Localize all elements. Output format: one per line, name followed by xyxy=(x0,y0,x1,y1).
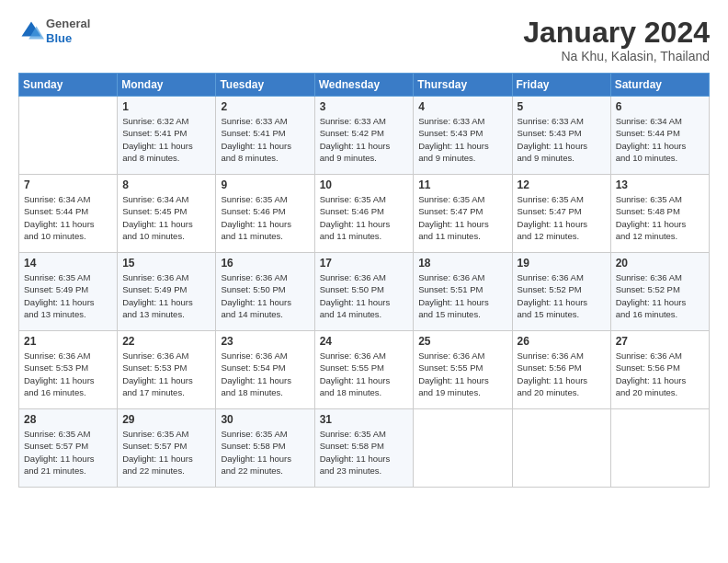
calendar-cell: 31Sunrise: 6:35 AM Sunset: 5:58 PM Dayli… xyxy=(314,409,414,488)
calendar-cell: 29Sunrise: 6:35 AM Sunset: 5:57 PM Dayli… xyxy=(118,409,216,488)
day-number: 19 xyxy=(518,257,606,270)
calendar-weekday-saturday: Saturday xyxy=(610,74,709,97)
calendar-week-row: 7Sunrise: 6:34 AM Sunset: 5:44 PM Daylig… xyxy=(19,175,710,253)
day-number: 2 xyxy=(221,100,309,113)
day-info: Sunrise: 6:36 AM Sunset: 5:49 PM Dayligh… xyxy=(122,271,210,320)
calendar-cell: 24Sunrise: 6:36 AM Sunset: 5:55 PM Dayli… xyxy=(314,331,414,409)
day-info: Sunrise: 6:33 AM Sunset: 5:41 PM Dayligh… xyxy=(221,115,309,164)
calendar-week-row: 28Sunrise: 6:35 AM Sunset: 5:57 PM Dayli… xyxy=(19,409,710,488)
calendar-cell xyxy=(19,97,118,175)
logo-general: General xyxy=(46,17,90,31)
day-info: Sunrise: 6:33 AM Sunset: 5:42 PM Dayligh… xyxy=(320,115,409,164)
day-number: 23 xyxy=(221,335,309,348)
calendar-cell: 28Sunrise: 6:35 AM Sunset: 5:57 PM Dayli… xyxy=(19,409,118,488)
calendar-weekday-friday: Friday xyxy=(512,74,610,97)
day-info: Sunrise: 6:35 AM Sunset: 5:48 PM Dayligh… xyxy=(616,193,704,242)
day-info: Sunrise: 6:35 AM Sunset: 5:47 PM Dayligh… xyxy=(518,193,606,242)
day-number: 30 xyxy=(221,413,309,426)
day-number: 20 xyxy=(616,257,704,270)
day-info: Sunrise: 6:35 AM Sunset: 5:46 PM Dayligh… xyxy=(221,193,309,242)
day-number: 5 xyxy=(518,100,606,113)
calendar-cell: 23Sunrise: 6:36 AM Sunset: 5:54 PM Dayli… xyxy=(216,331,314,409)
calendar-cell: 1Sunrise: 6:32 AM Sunset: 5:41 PM Daylig… xyxy=(118,97,216,175)
calendar-weekday-wednesday: Wednesday xyxy=(314,74,414,97)
day-number: 8 xyxy=(122,178,210,191)
page: General Blue January 2024 Na Khu, Kalasi… xyxy=(0,0,728,563)
day-number: 21 xyxy=(24,335,112,348)
day-info: Sunrise: 6:35 AM Sunset: 5:57 PM Dayligh… xyxy=(24,428,112,477)
month-title: January 2024 xyxy=(523,17,710,49)
day-number: 13 xyxy=(616,178,704,191)
day-info: Sunrise: 6:35 AM Sunset: 5:58 PM Dayligh… xyxy=(221,428,309,477)
day-info: Sunrise: 6:36 AM Sunset: 5:56 PM Dayligh… xyxy=(518,350,606,398)
day-info: Sunrise: 6:36 AM Sunset: 5:54 PM Dayligh… xyxy=(221,350,309,398)
day-number: 26 xyxy=(518,335,606,348)
logo: General Blue xyxy=(18,17,90,45)
calendar-cell: 13Sunrise: 6:35 AM Sunset: 5:48 PM Dayli… xyxy=(610,175,709,253)
header: General Blue January 2024 Na Khu, Kalasi… xyxy=(18,17,710,63)
calendar-week-row: 21Sunrise: 6:36 AM Sunset: 5:53 PM Dayli… xyxy=(19,331,710,409)
logo-text: General Blue xyxy=(46,17,90,45)
day-info: Sunrise: 6:35 AM Sunset: 5:49 PM Dayligh… xyxy=(24,271,112,320)
calendar-cell: 21Sunrise: 6:36 AM Sunset: 5:53 PM Dayli… xyxy=(19,331,118,409)
day-number: 11 xyxy=(418,178,506,191)
day-info: Sunrise: 6:36 AM Sunset: 5:53 PM Dayligh… xyxy=(122,350,210,398)
day-number: 7 xyxy=(24,178,112,191)
calendar-table: SundayMondayTuesdayWednesdayThursdayFrid… xyxy=(18,73,710,488)
calendar-cell xyxy=(610,409,709,488)
calendar-cell: 4Sunrise: 6:33 AM Sunset: 5:43 PM Daylig… xyxy=(414,97,512,175)
day-info: Sunrise: 6:34 AM Sunset: 5:44 PM Dayligh… xyxy=(616,115,704,164)
day-info: Sunrise: 6:36 AM Sunset: 5:52 PM Dayligh… xyxy=(518,271,606,320)
calendar-weekday-sunday: Sunday xyxy=(19,74,118,97)
calendar-cell: 18Sunrise: 6:36 AM Sunset: 5:51 PM Dayli… xyxy=(414,253,512,331)
calendar-cell: 3Sunrise: 6:33 AM Sunset: 5:42 PM Daylig… xyxy=(314,97,414,175)
day-number: 28 xyxy=(24,413,112,426)
calendar-cell: 26Sunrise: 6:36 AM Sunset: 5:56 PM Dayli… xyxy=(512,331,610,409)
day-number: 16 xyxy=(221,257,309,270)
day-info: Sunrise: 6:34 AM Sunset: 5:44 PM Dayligh… xyxy=(24,193,112,242)
calendar-weekday-tuesday: Tuesday xyxy=(216,74,314,97)
title-section: January 2024 Na Khu, Kalasin, Thailand xyxy=(523,17,710,63)
day-info: Sunrise: 6:36 AM Sunset: 5:53 PM Dayligh… xyxy=(24,350,112,398)
calendar-cell: 10Sunrise: 6:35 AM Sunset: 5:46 PM Dayli… xyxy=(314,175,414,253)
day-number: 14 xyxy=(24,257,112,270)
day-number: 1 xyxy=(122,100,210,113)
calendar-cell: 11Sunrise: 6:35 AM Sunset: 5:47 PM Dayli… xyxy=(414,175,512,253)
calendar-cell: 22Sunrise: 6:36 AM Sunset: 5:53 PM Dayli… xyxy=(118,331,216,409)
calendar-week-row: 1Sunrise: 6:32 AM Sunset: 5:41 PM Daylig… xyxy=(19,97,710,175)
calendar-cell: 5Sunrise: 6:33 AM Sunset: 5:43 PM Daylig… xyxy=(512,97,610,175)
calendar-cell xyxy=(414,409,512,488)
day-info: Sunrise: 6:36 AM Sunset: 5:55 PM Dayligh… xyxy=(320,350,409,398)
day-number: 25 xyxy=(418,335,506,348)
calendar-cell: 15Sunrise: 6:36 AM Sunset: 5:49 PM Dayli… xyxy=(118,253,216,331)
day-number: 24 xyxy=(320,335,409,348)
day-info: Sunrise: 6:35 AM Sunset: 5:57 PM Dayligh… xyxy=(122,428,210,477)
calendar-cell: 14Sunrise: 6:35 AM Sunset: 5:49 PM Dayli… xyxy=(19,253,118,331)
location: Na Khu, Kalasin, Thailand xyxy=(523,49,710,63)
day-info: Sunrise: 6:33 AM Sunset: 5:43 PM Dayligh… xyxy=(518,115,606,164)
day-number: 31 xyxy=(320,413,409,426)
day-info: Sunrise: 6:36 AM Sunset: 5:50 PM Dayligh… xyxy=(221,271,309,320)
calendar-cell: 19Sunrise: 6:36 AM Sunset: 5:52 PM Dayli… xyxy=(512,253,610,331)
day-info: Sunrise: 6:35 AM Sunset: 5:46 PM Dayligh… xyxy=(320,193,409,242)
day-number: 4 xyxy=(418,100,506,113)
day-info: Sunrise: 6:36 AM Sunset: 5:52 PM Dayligh… xyxy=(616,271,704,320)
day-number: 17 xyxy=(320,257,409,270)
calendar-cell: 9Sunrise: 6:35 AM Sunset: 5:46 PM Daylig… xyxy=(216,175,314,253)
calendar-cell: 30Sunrise: 6:35 AM Sunset: 5:58 PM Dayli… xyxy=(216,409,314,488)
day-info: Sunrise: 6:33 AM Sunset: 5:43 PM Dayligh… xyxy=(418,115,506,164)
calendar-cell xyxy=(512,409,610,488)
day-info: Sunrise: 6:36 AM Sunset: 5:55 PM Dayligh… xyxy=(418,350,506,398)
day-number: 6 xyxy=(616,100,704,113)
day-info: Sunrise: 6:36 AM Sunset: 5:56 PM Dayligh… xyxy=(616,350,704,398)
calendar-cell: 7Sunrise: 6:34 AM Sunset: 5:44 PM Daylig… xyxy=(19,175,118,253)
day-info: Sunrise: 6:35 AM Sunset: 5:58 PM Dayligh… xyxy=(320,428,409,477)
calendar-cell: 25Sunrise: 6:36 AM Sunset: 5:55 PM Dayli… xyxy=(414,331,512,409)
day-number: 29 xyxy=(122,413,210,426)
day-number: 9 xyxy=(221,178,309,191)
calendar-weekday-monday: Monday xyxy=(118,74,216,97)
calendar-cell: 2Sunrise: 6:33 AM Sunset: 5:41 PM Daylig… xyxy=(216,97,314,175)
day-number: 27 xyxy=(616,335,704,348)
day-info: Sunrise: 6:32 AM Sunset: 5:41 PM Dayligh… xyxy=(122,115,210,164)
day-number: 10 xyxy=(320,178,409,191)
